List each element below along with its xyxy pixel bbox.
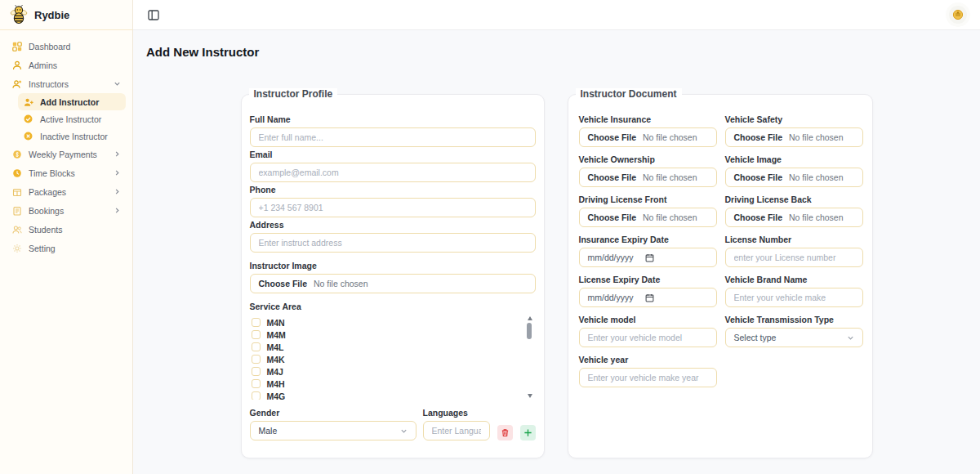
checkbox[interactable] [252,355,261,364]
vehicle-insurance-group: Vehicle Insurance Choose File No file ch… [579,114,717,147]
choose-file-button[interactable]: Choose File [588,172,637,182]
insurance-expiry-date-input[interactable]: mm/dd/yyyy [579,248,717,267]
email-group: Email [250,150,536,182]
sidebar-item-bookings[interactable]: Bookings [7,201,126,220]
page-title: Add New Instructor [146,45,980,60]
sidebar-item-time-blocks[interactable]: Time Blocks [7,163,126,182]
sidebar-item-active-instructor[interactable]: Active Instructor [18,110,126,127]
license-expiry-group: License Expiry Date mm/dd/yyyy [579,275,717,307]
choose-file-button[interactable]: Choose File [734,132,783,142]
checkbox[interactable] [252,318,261,327]
license-number-input[interactable] [725,248,863,267]
languages-input[interactable] [423,421,490,440]
instructor-document-card: Instructor Document Vehicle Insurance Ch… [568,94,873,458]
sidebar-item-students[interactable]: Students [7,220,126,239]
vehicle-model-group: Vehicle model [579,315,717,347]
date-placeholder: mm/dd/yyyy [588,293,634,302]
vehicle-brand-label: Vehicle Brand Name [725,275,863,284]
card-title: Instructor Document [576,88,682,100]
service-area-option[interactable]: M4N [252,316,523,329]
scrollbar-thumb[interactable] [527,323,532,339]
service-area-option[interactable]: M4J [252,365,523,378]
full-name-input[interactable] [250,127,536,147]
scrollbar[interactable] [526,315,534,400]
sidebar-item-packages[interactable]: Packages [7,182,126,201]
scroll-up-arrow[interactable] [528,316,532,320]
sidebar-item-setting[interactable]: Setting [7,239,126,257]
gender-select[interactable]: Male [250,421,416,440]
vehicle-image-file-input[interactable]: Choose File No file chosen [725,168,863,187]
sidebar-item-instructors[interactable]: Instructors [7,74,126,93]
sidebar-toggle-button[interactable] [146,7,161,22]
choose-file-button[interactable]: Choose File [588,132,637,142]
brand-name: Rydbie [34,9,69,21]
address-input[interactable] [250,233,536,253]
transmission-selected-value: Select type [734,333,777,342]
add-language-button[interactable] [520,425,536,440]
remove-language-button[interactable] [497,425,513,440]
scroll-down-arrow[interactable] [528,394,532,398]
instructor-image-file-input[interactable]: Choose File No file chosen [250,274,536,293]
sidebar-item-inactive-instructor[interactable]: Inactive Instructor [18,127,126,145]
choose-file-button[interactable]: Choose File [734,212,783,222]
sidebar-item-label: Active Instructor [40,114,101,124]
chevron-right-icon [114,207,121,214]
sidebar-item-label: Dashboard [29,42,70,51]
checkbox-label: M4J [267,367,283,377]
vehicle-year-input[interactable] [579,368,717,387]
driving-license-front-file-input[interactable]: Choose File No file chosen [579,208,717,227]
checkbox[interactable] [252,342,261,351]
checkbox[interactable] [252,379,261,388]
calendar-icon [645,293,654,302]
service-area-option[interactable]: M4K [252,353,523,365]
vehicle-transmission-select[interactable]: Select type [725,328,863,347]
sidebar-item-label: Add Instructor [40,97,99,107]
license-expiry-date-input[interactable]: mm/dd/yyyy [579,288,717,307]
sidebar-item-label: Time Blocks [29,168,75,178]
sidebar-item-add-instructor[interactable]: Add Instructor [18,93,126,110]
driving-license-back-group: Driving License Back Choose File No file… [725,195,863,227]
students-icon [11,224,22,235]
checkbox-label: M4N [267,318,285,328]
bookings-icon [11,205,22,216]
phone-input[interactable] [250,198,536,217]
chevron-down-icon [847,334,854,342]
vehicle-ownership-file-input[interactable]: Choose File No file chosen [579,168,717,187]
file-status-text: No file chosen [314,279,368,288]
user-avatar-icon [952,9,964,20]
vehicle-image-group: Vehicle Image Choose File No file chosen [725,154,863,187]
vehicle-ownership-group: Vehicle Ownership Choose File No file ch… [579,154,717,187]
choose-file-button[interactable]: Choose File [588,212,637,222]
vehicle-safety-file-input[interactable]: Choose File No file chosen [725,127,863,147]
service-area-option[interactable]: M4H [252,378,523,390]
file-status-text: No file chosen [789,172,844,182]
document-fields-grid: Vehicle Insurance Choose File No file ch… [579,114,862,387]
form-cards: Instructor Profile Full Name Email Phone [241,94,873,458]
license-number-label: License Number [725,235,863,244]
chevron-down-icon [114,80,121,87]
vehicle-model-input[interactable] [579,328,717,347]
vehicle-insurance-file-input[interactable]: Choose File No file chosen [579,127,717,147]
vehicle-brand-input[interactable] [725,288,863,307]
checkbox-label: M4K [267,355,285,364]
date-placeholder: mm/dd/yyyy [588,253,634,262]
sidebar-item-dashboard[interactable]: Dashboard [7,37,126,56]
driving-license-back-file-input[interactable]: Choose File No file chosen [725,208,863,227]
service-area-option[interactable]: M4M [252,329,523,341]
choose-file-button[interactable]: Choose File [259,279,308,288]
service-area-option[interactable]: M4L [252,341,523,353]
instructor-profile-card: Instructor Profile Full Name Email Phone [241,94,545,458]
sidebar-item-weekly-payments[interactable]: Weekly Payments [7,145,126,163]
driving-license-front-label: Driving License Front [579,195,717,204]
checkbox[interactable] [252,330,261,339]
service-area-option[interactable]: M4G [252,390,523,400]
package-icon [11,186,22,197]
checkbox[interactable] [252,391,261,400]
choose-file-button[interactable]: Choose File [734,172,783,182]
user-avatar[interactable] [949,6,967,24]
phone-label: Phone [250,185,536,195]
insurance-expiry-group: Insurance Expiry Date mm/dd/yyyy [579,235,717,267]
email-input[interactable] [250,163,536,182]
sidebar-item-admins[interactable]: Admins [7,56,126,74]
checkbox[interactable] [252,367,261,376]
